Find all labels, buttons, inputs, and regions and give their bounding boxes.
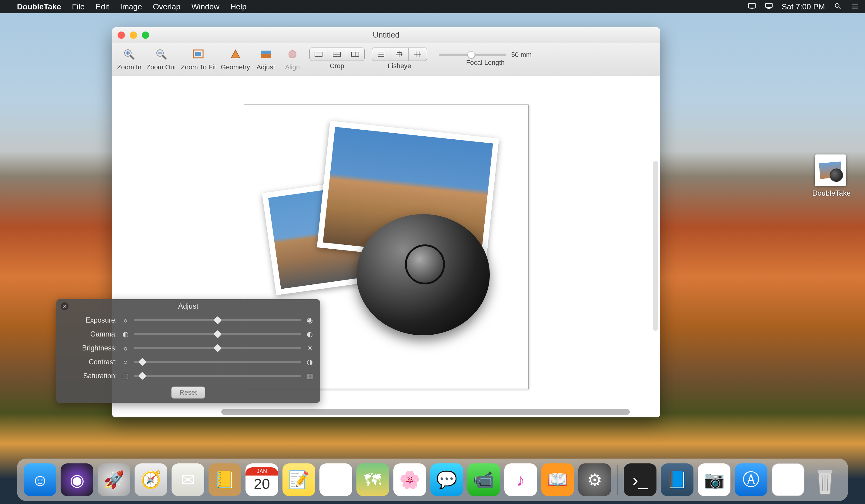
menu-help[interactable]: Help [230, 2, 246, 12]
menu-file[interactable]: File [72, 2, 84, 12]
toolbar-label: Align [285, 63, 300, 71]
crop-mode-3[interactable] [346, 48, 364, 61]
window-titlebar[interactable]: Untitled [112, 27, 660, 43]
fisheye-mode-1[interactable] [372, 48, 390, 61]
fisheye-group: Fisheye [372, 48, 427, 70]
adjust-panel[interactable]: ✕ Adjust Exposure: ☼ ◉ Gamma: ◐ ◐ Bright… [56, 299, 320, 403]
menu-window[interactable]: Window [191, 2, 219, 12]
close-icon[interactable]: ✕ [61, 302, 69, 310]
desktop-app-icon[interactable]: DoubleTake [812, 154, 849, 198]
exposure-row: Exposure: ☼ ◉ [56, 313, 320, 327]
saturation-row: Saturation: ▢ ▦ [56, 369, 320, 383]
gamma-slider[interactable] [134, 333, 301, 335]
dock-terminal[interactable]: ›_ [624, 464, 657, 496]
svg-point-4 [835, 3, 839, 7]
align-button: Align [280, 46, 304, 71]
fast-user-switch-icon[interactable] [748, 2, 756, 12]
doubletake-icon [815, 154, 846, 186]
dock-finder[interactable]: ☺ [24, 464, 56, 496]
window-title: Untitled [373, 30, 400, 40]
dock-calendar[interactable]: JAN20 [245, 464, 278, 496]
adjust-icon [257, 46, 274, 62]
brightness-label: Brightness: [62, 344, 117, 352]
slider-thumb[interactable] [468, 51, 475, 58]
svg-rect-1 [751, 8, 753, 9]
menu-overlap[interactable]: Overlap [153, 2, 180, 12]
exposure-slider[interactable] [134, 319, 301, 321]
menubar: DoubleTake File Edit Image Overlap Windo… [0, 0, 865, 13]
contrast-max-icon: ◑ [305, 358, 314, 366]
airplay-icon[interactable] [765, 2, 773, 12]
svg-rect-36 [817, 470, 833, 473]
dock-ibooks[interactable]: 📖 [541, 464, 574, 496]
toolbar-label: Fisheye [388, 62, 411, 70]
focal-length-slider[interactable] [439, 54, 506, 56]
dock-trash[interactable] [809, 464, 841, 496]
dock-safari[interactable]: 🧭 [135, 464, 167, 496]
dock-notes[interactable]: 📝 [282, 464, 315, 496]
crop-mode-2[interactable] [328, 48, 346, 61]
zoom-out-icon [153, 46, 170, 62]
zoom-out-button[interactable]: Zoom Out [145, 46, 177, 71]
svg-line-14 [162, 56, 166, 59]
menubar-clock[interactable]: Sat 7:00 PM [782, 2, 825, 12]
reset-button[interactable]: Reset [171, 386, 205, 399]
vertical-scrollbar[interactable] [653, 161, 658, 331]
adjust-panel-header[interactable]: ✕ Adjust [56, 299, 320, 313]
dock-reminders[interactable]: ☑ [320, 464, 352, 496]
dock-mail[interactable]: ✉ [172, 464, 204, 496]
contrast-min-icon: ○ [121, 358, 130, 366]
saturation-min-icon: ▢ [121, 372, 130, 380]
fisheye-mode-2[interactable] [390, 48, 408, 61]
brightness-slider[interactable] [134, 347, 301, 349]
menu-edit[interactable]: Edit [95, 2, 109, 12]
svg-rect-17 [195, 52, 201, 56]
horizontal-scrollbar[interactable] [221, 409, 630, 415]
app-menu[interactable]: DoubleTake [17, 2, 61, 12]
toolbar-label: Zoom To Fit [181, 63, 216, 71]
contrast-label: Contrast: [62, 358, 117, 366]
focal-length-value: 50 mm [511, 51, 532, 59]
align-icon [284, 46, 301, 62]
dock-messages[interactable]: 💬 [430, 464, 463, 496]
geometry-icon [227, 46, 244, 62]
spotlight-icon[interactable] [833, 2, 842, 12]
geometry-button[interactable]: Geometry [219, 46, 251, 71]
notification-center-icon[interactable] [851, 2, 859, 12]
dock-separator [617, 465, 618, 495]
dock-contacts[interactable]: 📒 [208, 464, 241, 496]
svg-rect-20 [261, 50, 270, 54]
dock-dictionary[interactable]: 📘 [661, 464, 693, 496]
dock-document[interactable] [772, 464, 804, 496]
dock-launchpad[interactable]: 🚀 [97, 464, 130, 496]
gamma-max-icon: ◐ [305, 330, 314, 338]
gamma-label: Gamma: [62, 330, 117, 338]
zoom-in-button[interactable]: Zoom In [116, 46, 143, 71]
dock-facetime[interactable]: 📹 [468, 464, 500, 496]
dock-doubletake[interactable]: 📷 [698, 464, 730, 496]
fisheye-mode-3[interactable] [408, 48, 427, 61]
toolbar-label: Geometry [221, 63, 250, 71]
svg-line-5 [839, 7, 840, 9]
window-close-button[interactable] [118, 32, 125, 39]
menu-image[interactable]: Image [120, 2, 142, 12]
gamma-min-icon: ◐ [121, 330, 130, 338]
dock-photos[interactable]: 🌸 [393, 464, 426, 496]
saturation-slider[interactable] [134, 375, 301, 377]
calendar-month: JAN [245, 467, 278, 476]
crop-mode-1[interactable] [310, 48, 328, 61]
svg-marker-18 [231, 50, 240, 58]
adjust-button[interactable]: Adjust [254, 46, 278, 71]
dock-settings[interactable]: ⚙ [578, 464, 611, 496]
exposure-max-icon: ◉ [305, 316, 314, 324]
placeholder-lens [356, 214, 490, 335]
contrast-slider[interactable] [134, 361, 301, 363]
zoom-fit-button[interactable]: Zoom To Fit [180, 46, 217, 71]
dock-itunes[interactable]: ♪ [504, 464, 537, 496]
dock-maps[interactable]: 🗺 [356, 464, 389, 496]
brightness-max-icon: ☀ [305, 344, 314, 352]
dock-appstore[interactable]: Ⓐ [735, 464, 768, 496]
window-minimize-button[interactable] [130, 32, 137, 39]
window-zoom-button[interactable] [142, 32, 149, 39]
dock-siri[interactable]: ◉ [61, 464, 93, 496]
